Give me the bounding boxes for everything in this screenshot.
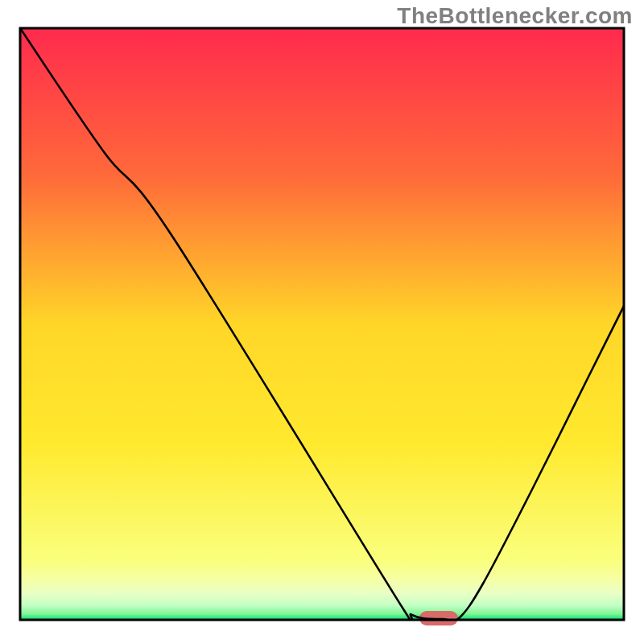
chart-background [20,28,624,620]
watermark-text: TheBottlenecker.com [397,3,633,29]
bottleneck-chart [0,0,644,644]
